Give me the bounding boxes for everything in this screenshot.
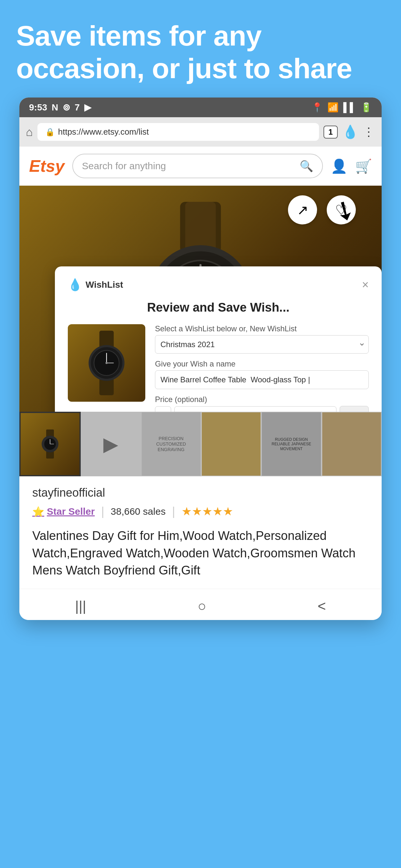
url-text: https://www.etsy.com/list xyxy=(58,127,149,137)
thumbnail-5[interactable]: RUGGED DESIGNRELIABLE JAPANESEMOVEMENT xyxy=(261,412,321,476)
star-rating: ★★★★★ xyxy=(181,505,233,518)
wishlist-select[interactable]: Christmas 2021 xyxy=(155,335,369,353)
wishlist-modal-header: 💧 WishList × xyxy=(68,278,369,291)
notification-n: N xyxy=(52,102,58,113)
divider: | xyxy=(101,505,104,518)
battery-icon: 🔋 xyxy=(361,102,372,113)
divider2: | xyxy=(172,505,175,518)
price-label: Price (optional) xyxy=(155,395,369,404)
battery-num: 7 xyxy=(74,102,80,113)
close-button[interactable]: × xyxy=(362,278,369,291)
wishlist-balloon-icon: 💧 xyxy=(68,278,82,291)
wishlist-modal-body: Select a WishList below or, New WishList… xyxy=(68,324,369,412)
location-icon: 📍 xyxy=(312,102,323,113)
url-bar[interactable]: 🔒 https://www.etsy.com/list xyxy=(37,123,319,141)
etsy-header: Etsy Search for anything 🔍 👤 🛒 xyxy=(19,147,382,186)
currency-select[interactable]: USD xyxy=(340,406,369,412)
lock-icon: 🔒 xyxy=(45,128,55,136)
star-seller-badge[interactable]: ⭐ Star Seller xyxy=(32,506,95,517)
menu-nav-button[interactable]: ||| xyxy=(75,598,86,614)
wishlist-logo-text: WishList xyxy=(86,280,123,290)
product-title: Valentines Day Gift for Him,Wood Watch,P… xyxy=(32,527,369,579)
wishlist-modal: 💧 WishList × Review and Save Wish... xyxy=(55,267,382,412)
notification-at: ⊚ xyxy=(63,102,70,113)
thumbnail-1[interactable] xyxy=(19,412,81,476)
tab-count[interactable]: 1 xyxy=(323,126,338,138)
wifi-icon: 📶 xyxy=(328,102,339,113)
user-icon[interactable]: 👤 xyxy=(331,158,347,174)
price-row: $ USD xyxy=(155,406,369,412)
dollar-sign: $ xyxy=(155,406,171,412)
search-placeholder: Search for anything xyxy=(82,160,166,172)
thumbnail-strip: ▶ PRECISIONCUSTOMIZEDENGRAVING RUGGED DE… xyxy=(19,412,382,476)
nav-bar: ||| ○ < xyxy=(19,589,382,620)
home-icon[interactable]: ⌂ xyxy=(26,125,33,139)
product-image-area: ➘ ↗ ♡ xyxy=(19,186,382,412)
wishlist-watch-svg xyxy=(74,331,139,395)
status-bar: 9:53 N ⊚ 7 ▶ 📍 📶 ▌▌ 🔋 xyxy=(19,97,382,117)
price-input[interactable] xyxy=(174,406,336,412)
thumbnail-6[interactable] xyxy=(321,412,382,476)
more-menu-icon[interactable]: ⋮ xyxy=(363,125,375,139)
svg-rect-1 xyxy=(185,202,216,253)
back-nav-button[interactable]: < xyxy=(318,598,326,614)
product-info: stayfineofficial ⭐ Star Seller | 38,660 … xyxy=(19,476,382,589)
star-seller-label: Star Seller xyxy=(47,506,95,517)
browser-bar: ⌂ 🔒 https://www.etsy.com/list 1 💧 ⋮ xyxy=(19,117,382,147)
select-label: Select a WishList below or, New WishList xyxy=(155,324,369,333)
wish-name-label: Give your Wish a name xyxy=(155,360,369,368)
sales-count: 38,660 sales xyxy=(111,506,166,517)
thumbnail-4[interactable] xyxy=(201,412,261,476)
wishlist-form: Select a WishList below or, New WishList… xyxy=(155,324,369,412)
wishlist-logo: 💧 WishList xyxy=(68,278,123,291)
thumbnail-3[interactable]: PRECISIONCUSTOMIZEDENGRAVING xyxy=(141,412,201,476)
phone-frame: 9:53 N ⊚ 7 ▶ 📍 📶 ▌▌ 🔋 ⌂ 🔒 https://www.et… xyxy=(19,97,382,620)
search-icon: 🔍 xyxy=(300,159,313,173)
hero-title: Save items for any occasion, or just to … xyxy=(0,0,401,97)
wish-name-input[interactable] xyxy=(155,370,369,389)
star-seller-row: ⭐ Star Seller | 38,660 sales | ★★★★★ xyxy=(32,505,369,518)
status-time: 9:53 xyxy=(29,102,47,113)
home-nav-button[interactable]: ○ xyxy=(197,598,206,614)
etsy-logo: Etsy xyxy=(29,156,65,176)
svg-point-27 xyxy=(105,362,108,364)
wishlist-modal-title: Review and Save Wish... xyxy=(68,301,369,314)
signal-icon: ▌▌ xyxy=(343,102,356,113)
balloon-icon[interactable]: 💧 xyxy=(342,124,359,140)
youtube-icon: ▶ xyxy=(84,102,91,113)
thumbnail-2[interactable]: ▶ xyxy=(81,412,141,476)
cart-icon[interactable]: 🛒 xyxy=(355,158,372,174)
wishlist-product-image xyxy=(68,324,145,402)
seller-name: stayfineofficial xyxy=(32,486,369,500)
search-bar[interactable]: Search for anything 🔍 xyxy=(72,154,323,178)
star-seller-icon: ⭐ xyxy=(32,506,44,517)
